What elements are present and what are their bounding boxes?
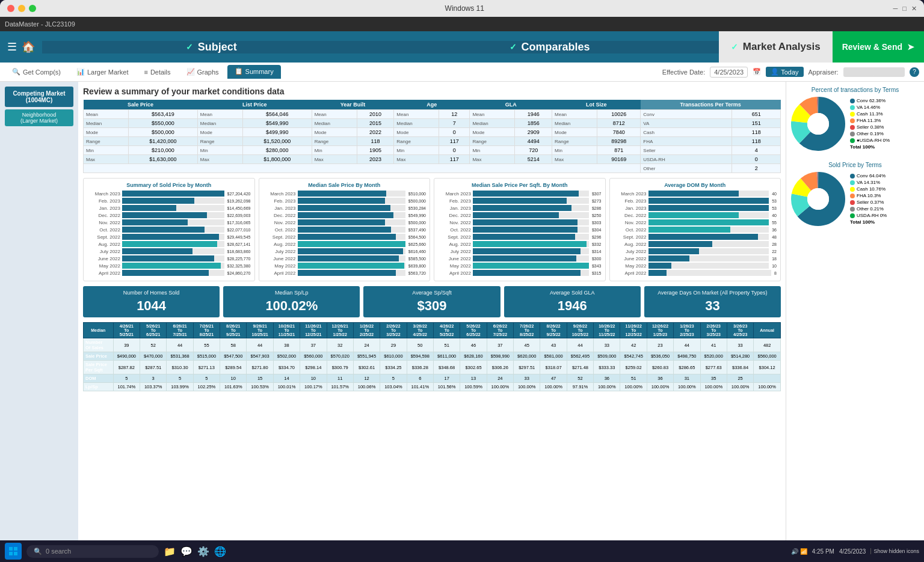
list-price-header: List Price [197,100,312,110]
gla-min-val: 720 [515,146,552,155]
sale-median-val: $550,000 [128,119,197,128]
lot-mean-label: Mean [552,110,597,119]
sale-range-label: Range [84,137,129,146]
age-mode-val: 0 [439,128,470,137]
avg-spsqft-value: $309 [371,298,493,314]
tab-larger-market-label: Larger Market [87,69,128,76]
today-label: Today [781,69,798,76]
tab-get-comps[interactable]: 🔍 Get Comp(s) [5,65,68,79]
col-8: 11/26/21To12/25/21 [300,323,327,338]
taskbar-search[interactable]: 🔍 0 search [26,545,159,558]
fha-label: FHA [641,137,732,146]
lot-max-val: 90169 [597,155,640,164]
nav-market[interactable]: ✓ Market Analysis [719,31,833,63]
pie-chart-sold-svg-wrap [791,172,845,227]
svg-point-6 [807,113,829,135]
row-num-sales-label: NumberOf Sales [84,338,114,352]
file-explorer-icon[interactable]: 📁 [164,546,176,557]
nav-menu[interactable]: ☰ 🏠 [0,40,42,53]
arrow-right-icon: ➤ [907,42,914,52]
review-send-button[interactable]: Review & Send ➤ [833,31,924,63]
svg-rect-16 [9,552,13,555]
taskbar: 🔍 0 search 📁 💬 ⚙️ 🌐 🔊 📶 4:25 PM 4/25/202… [0,540,924,562]
title-bar: Windows 11 ─ □ ✕ [0,0,924,17]
home-icon[interactable]: 🏠 [22,40,35,53]
col-24: 3/26/23To4/25/23 [727,323,753,338]
stat-avg-dom: Average Days On Market (All Property Typ… [644,286,781,317]
tab-details-label: Details [150,69,171,76]
pie-chart-transactions-svg [791,97,845,151]
close-button[interactable] [7,5,14,12]
avg-dom-chart: Average DOM By Month March 202340 Feb. 2… [609,178,781,281]
col-12: 3/26/22To4/25/22 [407,323,433,338]
avg-dom-title: Average DOM By Month [614,182,777,188]
tab-larger-market[interactable]: 📊 Larger Market [69,65,135,79]
conv-val: 651 [732,110,781,119]
close-icon[interactable]: ✕ [911,5,917,13]
tab-summary[interactable]: 📋 Summary [227,65,281,79]
usda-label: USDA-RH [641,155,732,164]
calendar-icon[interactable]: 📅 [753,68,761,76]
col-6: 9/26/21To10/25/21 [247,323,273,338]
yb-mean-val: 2010 [357,110,394,119]
sidebar-item-neighborhood[interactable]: Neighborhood (Larger Market) [5,109,73,126]
minimize-button[interactable] [18,5,25,12]
app-title: DataMaster - JLC23109 [5,20,75,28]
competing-market-label: Competing Market [10,90,69,97]
effective-date-value[interactable]: 4/25/2023 [710,67,748,78]
lot-max-label: Max [552,155,597,164]
gla-header: GLA [470,100,552,110]
minimize-icon[interactable]: ─ [893,5,898,13]
cash-val: 118 [732,128,781,137]
hamburger-icon[interactable]: ☰ [7,40,17,53]
stats-table: Sale Price List Price Year Built Age GLA… [83,100,781,173]
settings-icon[interactable]: ⚙️ [197,546,209,557]
yb-mean-label: Mean [312,110,357,119]
browser-icon[interactable]: 🌐 [214,546,226,557]
lot-median-val: 8712 [597,119,640,128]
yb-range-val: 118 [357,137,394,146]
avg-gla-label: Average Sold GLA [511,290,633,296]
search-icon: 🔍 [12,68,20,76]
window-title: Windows 11 [445,4,484,13]
maximize-button[interactable] [29,5,36,12]
restore-icon[interactable]: □ [902,5,907,13]
sale-price-header: Sale Price [84,100,198,110]
median-splp-label: Median Sp/Lp [230,290,353,296]
avg-spsqft-label: Average Sp/Sqft [371,290,493,296]
col-3: 6/26/21To7/25/21 [167,323,193,338]
gla-max-val: 5214 [515,155,552,164]
tab-details[interactable]: ≡ Details [137,65,177,79]
today-button[interactable]: 👤 Today [766,67,803,77]
nav-subject[interactable]: ✓ Subject [42,41,380,53]
list-min-val: $280,000 [242,146,312,155]
transactions-by-terms-title: Percent of transactions by Terms [791,87,919,93]
gla-mode-val: 2909 [515,128,552,137]
tab-graphs[interactable]: 📈 Graphs [179,65,226,79]
fha-val: 118 [732,137,781,146]
show-desktop-button[interactable]: Show hidden icons [870,548,919,554]
taskbar-date: 4/25/2023 [839,548,866,555]
col-21: 12/26/22To1/25/23 [647,323,673,338]
age-range-label: Range [394,137,439,146]
sidebar-item-competing-market[interactable]: Competing Market (1004MC) [5,87,73,107]
col-2: 5/26/21To6/25/21 [140,323,167,338]
sold-by-month-chart: Summary of Sold Price by Month March 202… [83,178,255,281]
sold-by-month-bars: March 2023$27,204,420 Feb. 2023$19,262,0… [87,191,251,276]
chat-icon[interactable]: 💬 [180,546,192,557]
gla-range-label: Range [470,137,515,146]
gla-range-val: 4494 [515,137,552,146]
cash-label: Cash [641,128,732,137]
start-button[interactable] [5,543,22,560]
app-title-bar: DataMaster - JLC23109 [0,17,924,31]
col-20: 11/26/22To12/25/22 [620,323,647,338]
nav-comparables[interactable]: ✓ Comparables [380,41,718,53]
avg-dom-bars: March 202340 Feb. 202353 Jan. 202353 Dec… [614,191,777,276]
taskbar-icons: 🔊 📶 [791,548,807,555]
col-11: 2/26/22To3/25/22 [380,323,407,338]
tab-graphs-label: Graphs [197,69,219,76]
median-sale-bars: March 2023$510,000 Feb. 2023$500,000 Jan… [263,191,427,276]
help-icon[interactable]: ? [910,67,919,77]
list-range-val: $1,520,000 [242,137,312,146]
neighborhood-sub: (Larger Market) [10,118,69,124]
